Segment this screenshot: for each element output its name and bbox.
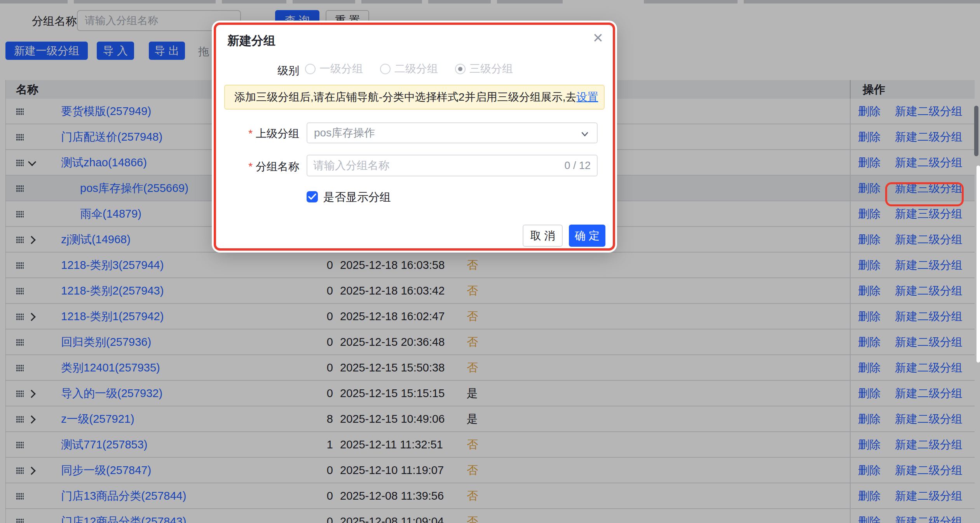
level-label: 级别 (216, 63, 299, 78)
radio-circle-checked-icon (455, 64, 466, 74)
parent-group-value: pos库存操作 (314, 123, 375, 143)
group-name-label: 分组名称 (216, 159, 299, 174)
chevron-down-icon (580, 129, 590, 139)
radio-circle-icon (380, 64, 391, 74)
parent-group-select[interactable]: pos库存操作 (307, 122, 598, 143)
cancel-button[interactable]: 取 消 (523, 225, 563, 247)
radio-level3-selected[interactable]: 三级分组 (455, 61, 513, 76)
group-name-input[interactable] (313, 155, 539, 176)
radio-circle-icon (305, 64, 316, 74)
checkmark-icon (308, 194, 316, 200)
annotation-ring-create-level3 (885, 182, 964, 206)
group-name-field: 0 / 12 (307, 155, 598, 176)
app-stage: 分组名称 查 询 重 置 新建一级分组 导 入 导 出 拖 名称 操作 要货模版… (0, 0, 980, 523)
settings-link[interactable]: 设置 (576, 91, 598, 103)
char-counter: 0 / 12 (564, 155, 591, 176)
level3-warning-alert: 添加三级分组后,请在店铺导航-分类中选择样式2并启用三级分组展示,去设置 (224, 85, 605, 110)
show-group-label: 是否显示分组 (323, 190, 391, 205)
level-radio-group: 一级分组 二级分组 三级分组 (305, 61, 513, 76)
parent-group-label: 上级分组 (216, 126, 299, 141)
modal-title: 新建分组 (227, 33, 276, 49)
confirm-button[interactable]: 确 定 (569, 225, 605, 247)
close-icon[interactable]: × (593, 28, 603, 47)
window-scrollbar-thumb[interactable] (977, 166, 980, 363)
radio-level1[interactable]: 一级分组 (305, 61, 363, 76)
create-group-modal: 新建分组 × 级别 一级分组 二级分组 三级分组 添加三级分组后,请在店铺导航-… (214, 23, 615, 251)
show-group-checkbox[interactable] (307, 191, 318, 202)
radio-level2[interactable]: 二级分组 (380, 61, 438, 76)
